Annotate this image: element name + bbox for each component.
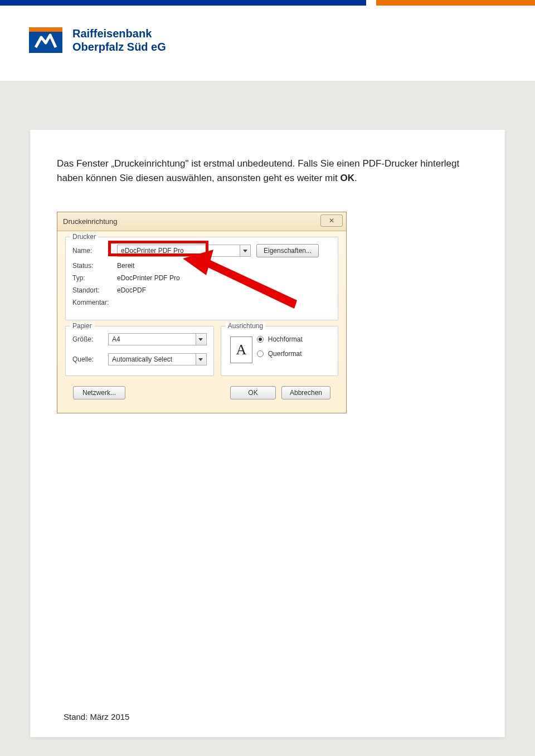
- bank-name-line2: Oberpfalz Süd eG: [72, 40, 166, 53]
- dialog-footer: Netzwerk... OK Abbrechen: [65, 382, 338, 399]
- orientation-preview-icon: A: [230, 336, 252, 363]
- size-row: Größe: A4: [72, 333, 207, 345]
- size-label: Größe:: [72, 335, 103, 343]
- ok-button[interactable]: OK: [230, 386, 276, 399]
- landscape-label: Querformat: [268, 350, 302, 358]
- printer-legend: Drucker: [70, 233, 98, 241]
- status-label: Status:: [72, 262, 111, 270]
- orientation-fieldset: Ausrichtung A Hochformat: [221, 326, 338, 376]
- status-row: Status: Bereit: [72, 262, 331, 270]
- dialog-body: Drucker Name: eDocPrinter PDF Pro Eigens…: [57, 231, 346, 405]
- comment-label: Kommentar:: [72, 299, 111, 306]
- bank-name: Raiffeisenbank Oberpfalz Süd eG: [72, 27, 166, 53]
- source-row: Quelle: Automatically Select: [72, 353, 207, 365]
- dialog-titlebar: Druckeinrichtung ✕: [57, 212, 346, 231]
- location-value: eDocPDF: [117, 286, 146, 294]
- type-row: Typ: eDocPrinter PDF Pro: [72, 274, 331, 282]
- content-card: Das Fenster „Druckeinrichtung" ist erstm…: [30, 130, 505, 737]
- intro-paragraph: Das Fenster „Druckeinrichtung" ist erstm…: [57, 157, 478, 185]
- portrait-label: Hochformat: [268, 335, 303, 343]
- properties-button[interactable]: Eigenschaften...: [256, 244, 319, 257]
- print-setup-dialog: Druckeinrichtung ✕ Drucker Name: eDocPri…: [57, 212, 347, 413]
- type-label: Typ:: [72, 274, 111, 282]
- bank-name-line1: Raiffeisenbank: [72, 27, 166, 40]
- chevron-down-icon: [196, 334, 206, 345]
- accent-orange: [376, 0, 535, 6]
- landscape-radio[interactable]: Querformat: [257, 350, 331, 358]
- close-icon: ✕: [329, 217, 334, 225]
- type-value: eDocPrinter PDF Pro: [117, 274, 180, 282]
- printer-name-value: eDocPrinter PDF Pro: [121, 247, 184, 255]
- accent-gap: [366, 0, 376, 6]
- paper-legend: Papier: [70, 322, 94, 330]
- footer-date: Stand: März 2015: [64, 712, 129, 721]
- location-label: Standort:: [72, 286, 111, 294]
- accent-blue: [0, 0, 366, 6]
- dialog-title: Druckeinrichtung: [63, 217, 118, 226]
- name-label: Name:: [72, 247, 111, 255]
- source-label: Quelle:: [72, 355, 103, 363]
- paper-source-dropdown[interactable]: Automatically Select: [108, 353, 207, 365]
- svg-rect-1: [29, 27, 62, 32]
- top-accent-bars: [0, 0, 535, 6]
- intro-bold: OK: [340, 173, 354, 183]
- intro-tail: .: [354, 173, 357, 183]
- bank-logo-icon: [29, 27, 62, 53]
- printer-name-row: Name: eDocPrinter PDF Pro Eigenschaften.…: [72, 244, 331, 257]
- printer-name-dropdown[interactable]: eDocPrinter PDF Pro: [117, 245, 251, 257]
- paper-fieldset: Papier Größe: A4 Quelle: Automatically S…: [65, 326, 214, 376]
- comment-row: Kommentar:: [72, 299, 331, 306]
- paper-size-value: A4: [112, 335, 120, 343]
- orientation-legend: Ausrichtung: [226, 322, 265, 330]
- chevron-down-icon: [240, 245, 250, 256]
- paper-orientation-row: Papier Größe: A4 Quelle: Automatically S…: [65, 326, 338, 382]
- status-value: Bereit: [117, 262, 134, 270]
- chevron-down-icon: [196, 354, 206, 365]
- portrait-radio[interactable]: Hochformat: [257, 335, 331, 343]
- radio-icon: [257, 350, 264, 357]
- location-row: Standort: eDocPDF: [72, 286, 331, 294]
- cancel-button[interactable]: Abbrechen: [281, 386, 330, 399]
- close-button[interactable]: ✕: [320, 214, 343, 227]
- printer-fieldset: Drucker Name: eDocPrinter PDF Pro Eigens…: [65, 237, 338, 320]
- intro-text: Das Fenster „Druckeinrichtung" ist erstm…: [57, 158, 459, 183]
- paper-source-value: Automatically Select: [112, 355, 172, 363]
- radio-icon: [257, 336, 264, 343]
- page-header: Raiffeisenbank Oberpfalz Süd eG: [29, 27, 166, 53]
- network-button[interactable]: Netzwerk...: [73, 386, 125, 399]
- paper-size-dropdown[interactable]: A4: [108, 333, 207, 345]
